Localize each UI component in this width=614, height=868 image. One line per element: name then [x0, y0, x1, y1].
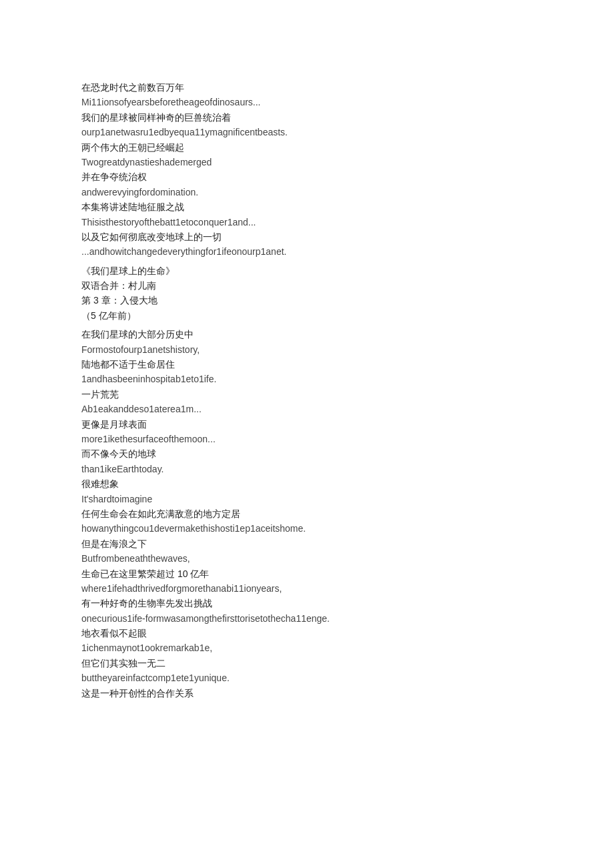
line-en-5: ...andhowitchangedeverythingfor1ifeonour… [81, 244, 533, 259]
line-zh-3: 并在争夺统治权 [81, 169, 533, 184]
line-zh-1: 我们的星球被同样神奇的巨兽统治着 [81, 110, 533, 125]
line-zh-15: 很难想象 [81, 476, 533, 491]
line-en-4: Thisisthestoryofthebatt1etoconquer1and..… [81, 215, 533, 230]
line-zh-16: 任何生命会在如此充满敌意的地方定居 [81, 506, 533, 521]
line-en-20: 1ichenmaynot1ookremarkab1e, [81, 640, 533, 655]
line-zh-12: 一片荒芜 [81, 387, 533, 402]
line-en-16: howanythingcou1devermakethishosti1ep1ace… [81, 521, 533, 536]
line-zh-9: （5 亿年前） [81, 308, 533, 323]
line-zh-8: 第 3 章：入侵大地 [81, 293, 533, 308]
line-en-12: Ab1eakanddeso1aterea1m... [81, 402, 533, 416]
line-zh-7: 双语合并：村儿南 [81, 278, 533, 293]
main-content: 在恐龙时代之前数百万年Mi11ionsofyearsbeforetheageof… [81, 80, 533, 701]
line-zh-10: 在我们星球的大部分历史中 [81, 327, 533, 342]
line-zh-2: 两个伟大的王朝已经崛起 [81, 140, 533, 155]
line-zh-18: 生命已在这里繁荣超过 10 亿年 [81, 566, 533, 581]
line-en-10: Formostofourp1anetshistory, [81, 342, 533, 357]
line-en-3: andwerevyingfordomination. [81, 185, 533, 199]
line-en-13: more1ikethesurfaceofthemoon... [81, 432, 533, 446]
line-zh-5: 以及它如何彻底改变地球上的一切 [81, 230, 533, 244]
line-zh-19: 有一种好奇的生物率先发出挑战 [81, 596, 533, 610]
line-zh-0: 在恐龙时代之前数百万年 [81, 80, 533, 95]
line-en-15: It'shardtoimagine [81, 492, 533, 506]
line-en-14: than1ikeEarthtoday. [81, 462, 533, 476]
line-en-11: 1andhasbeeninhospitab1eto1ife. [81, 372, 533, 386]
line-en-21: buttheyareinfactcomp1ete1yunique. [81, 671, 533, 685]
line-zh-21: 但它们其实独一无二 [81, 656, 533, 671]
line-zh-22: 这是一种开创性的合作关系 [81, 686, 533, 701]
line-zh-17: 但是在海浪之下 [81, 536, 533, 551]
line-zh-14: 而不像今天的地球 [81, 446, 533, 461]
line-en-1: ourp1anetwasru1edbyequa11ymagnificentbea… [81, 125, 533, 139]
line-zh-6: 《我们星球上的生命》 [81, 264, 533, 278]
line-zh-11: 陆地都不适于生命居住 [81, 357, 533, 372]
line-en-17: Butfrombeneaththewaves, [81, 551, 533, 566]
line-en-19: onecurious1ife-formwasamongthefirsttoris… [81, 611, 533, 626]
line-en-18: where1ifehadthrivedforgmorethanabi11iony… [81, 581, 533, 596]
line-zh-20: 地衣看似不起眼 [81, 626, 533, 640]
line-en-0: Mi11ionsofyearsbeforetheageofdinosaurs..… [81, 95, 533, 109]
line-zh-4: 本集将讲述陆地征服之战 [81, 199, 533, 214]
line-en-2: Twogreatdynastieshademerged [81, 155, 533, 169]
line-zh-13: 更像是月球表面 [81, 417, 533, 432]
